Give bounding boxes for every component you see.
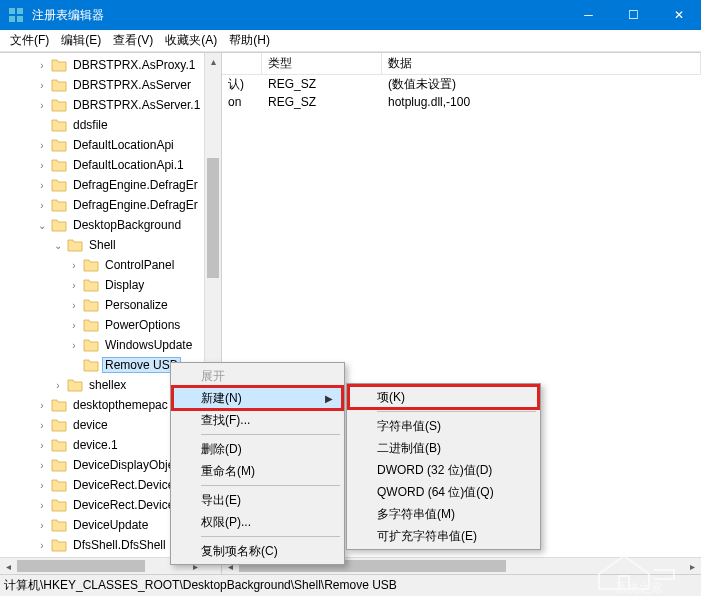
cell-type: REG_SZ (262, 95, 382, 109)
tree-label: ControlPanel (102, 257, 177, 273)
menu-copy-key[interactable]: 复制项名称(C) (173, 540, 342, 562)
tree-label: DesktopBackground (70, 217, 184, 233)
tree-label: PowerOptions (102, 317, 183, 333)
chevron-icon[interactable]: › (36, 540, 48, 551)
folder-icon (51, 398, 67, 412)
tree-label: Display (102, 277, 147, 293)
chevron-icon[interactable]: › (68, 320, 80, 331)
chevron-icon[interactable]: ⌄ (36, 220, 48, 231)
menu-favorites[interactable]: 收藏夹(A) (159, 30, 223, 51)
menu-rename[interactable]: 重命名(M) (173, 460, 342, 482)
scroll-up-icon[interactable]: ▴ (205, 53, 221, 70)
chevron-icon[interactable]: › (36, 160, 48, 171)
menu-new-string[interactable]: 字符串值(S) (349, 415, 538, 437)
menu-delete[interactable]: 删除(D) (173, 438, 342, 460)
col-type[interactable]: 类型 (262, 53, 382, 74)
svg-rect-3 (17, 16, 23, 22)
tree-node[interactable]: ddsfile (0, 115, 221, 135)
chevron-icon[interactable]: › (68, 280, 80, 291)
chevron-icon[interactable]: › (68, 340, 80, 351)
tree-node[interactable]: ›Personalize (0, 295, 221, 315)
chevron-icon[interactable]: › (36, 200, 48, 211)
menu-new-multi[interactable]: 多字符串值(M) (349, 503, 538, 525)
tree-node[interactable]: ›DBRSTPRX.AsProxy.1 (0, 55, 221, 75)
tree-node[interactable]: ›DefragEngine.DefragEr (0, 175, 221, 195)
chevron-icon[interactable]: › (36, 80, 48, 91)
tree-node[interactable]: ⌄Shell (0, 235, 221, 255)
maximize-button[interactable]: ☐ (611, 0, 656, 30)
tree-node[interactable]: ›DefaultLocationApi (0, 135, 221, 155)
chevron-icon[interactable]: › (36, 60, 48, 71)
menu-new-qword[interactable]: QWORD (64 位)值(Q) (349, 481, 538, 503)
menu-find[interactable]: 查找(F)... (173, 409, 342, 431)
close-button[interactable]: ✕ (656, 0, 701, 30)
tree-label: DefaultLocationApi (70, 137, 177, 153)
col-name[interactable] (222, 53, 262, 74)
col-data[interactable]: 数据 (382, 53, 701, 74)
chevron-icon[interactable]: › (68, 260, 80, 271)
submenu-arrow-icon: ▶ (325, 393, 333, 404)
list-row[interactable]: 认)REG_SZ(数值未设置) (222, 75, 701, 93)
chevron-icon[interactable]: › (36, 420, 48, 431)
list-body[interactable]: 认)REG_SZ(数值未设置)onREG_SZhotplug.dll,-100 (222, 75, 701, 111)
chevron-icon[interactable]: › (68, 300, 80, 311)
cell-type: REG_SZ (262, 77, 382, 91)
folder-icon (51, 438, 67, 452)
menu-new-expand[interactable]: 可扩充字符串值(E) (349, 525, 538, 547)
menu-new-key[interactable]: 项(K) (349, 386, 538, 408)
menu-new-dword[interactable]: DWORD (32 位)值(D) (349, 459, 538, 481)
scroll-thumb-h[interactable] (17, 560, 145, 572)
svg-rect-0 (9, 8, 15, 14)
minimize-button[interactable]: ─ (566, 0, 611, 30)
tree-node[interactable]: ›DBRSTPRX.AsServer.1 (0, 95, 221, 115)
tree-node[interactable]: ›DefaultLocationApi.1 (0, 155, 221, 175)
tree-label: DefaultLocationApi.1 (70, 157, 187, 173)
chevron-icon[interactable]: › (52, 380, 64, 391)
tree-node[interactable]: ›PowerOptions (0, 315, 221, 335)
tree-label: Remove USB (102, 357, 181, 373)
cell-name: 认) (222, 76, 262, 93)
list-row[interactable]: onREG_SZhotplug.dll,-100 (222, 93, 701, 111)
chevron-icon[interactable]: › (36, 440, 48, 451)
menu-export[interactable]: 导出(E) (173, 489, 342, 511)
chevron-icon[interactable]: › (36, 460, 48, 471)
tree-label: DeviceRect.Device (70, 497, 177, 513)
tree-label: WindowsUpdate (102, 337, 195, 353)
titlebar: 注册表编辑器 ─ ☐ ✕ (0, 0, 701, 30)
chevron-icon[interactable]: › (36, 480, 48, 491)
folder-icon (51, 458, 67, 472)
scroll-thumb[interactable] (207, 158, 219, 278)
tree-node[interactable]: ›ControlPanel (0, 255, 221, 275)
chevron-icon[interactable]: › (36, 140, 48, 151)
chevron-icon[interactable]: › (36, 100, 48, 111)
folder-icon (83, 298, 99, 312)
menu-new-binary[interactable]: 二进制值(B) (349, 437, 538, 459)
chevron-icon[interactable]: › (36, 500, 48, 511)
tree-node[interactable]: ›DBRSTPRX.AsServer (0, 75, 221, 95)
folder-icon (51, 98, 67, 112)
status-path: 计算机\HKEY_CLASSES_ROOT\DesktopBackground\… (4, 577, 397, 594)
tree-label: DBRSTPRX.AsProxy.1 (70, 57, 198, 73)
menu-edit[interactable]: 编辑(E) (55, 30, 107, 51)
menu-new[interactable]: 新建(N) ▶ (173, 387, 342, 409)
chevron-icon[interactable]: › (36, 520, 48, 531)
tree-node[interactable]: ›Display (0, 275, 221, 295)
folder-icon (51, 178, 67, 192)
menu-help[interactable]: 帮助(H) (223, 30, 276, 51)
menu-permissions[interactable]: 权限(P)... (173, 511, 342, 533)
chevron-icon[interactable]: › (36, 400, 48, 411)
statusbar: 计算机\HKEY_CLASSES_ROOT\DesktopBackground\… (0, 574, 701, 596)
folder-icon (51, 538, 67, 552)
menu-new-label: 新建(N) (201, 390, 242, 407)
chevron-icon[interactable]: › (36, 180, 48, 191)
chevron-icon[interactable]: ⌄ (52, 240, 64, 251)
folder-icon (51, 158, 67, 172)
scroll-right-icon[interactable]: ▸ (684, 558, 701, 574)
tree-node[interactable]: ⌄DesktopBackground (0, 215, 221, 235)
menu-file[interactable]: 文件(F) (4, 30, 55, 51)
menu-view[interactable]: 查看(V) (107, 30, 159, 51)
tree-node[interactable]: ›DefragEngine.DefragEr (0, 195, 221, 215)
tree-node[interactable]: ›WindowsUpdate (0, 335, 221, 355)
menu-expand[interactable]: 展开 (173, 365, 342, 387)
scroll-left-icon[interactable]: ◂ (0, 558, 17, 574)
